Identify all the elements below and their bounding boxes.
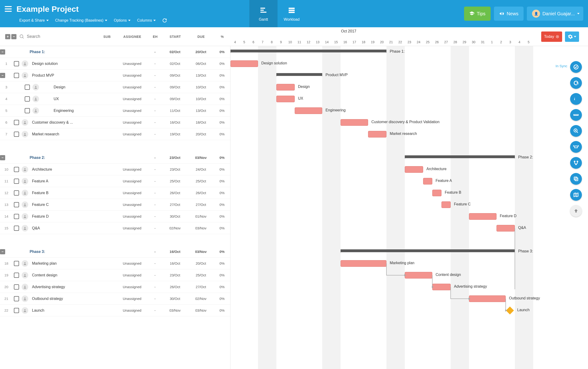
- collapse-icon[interactable]: −: [0, 73, 5, 78]
- assignee-avatar[interactable]: [32, 84, 39, 91]
- task-checkbox[interactable]: [25, 85, 30, 90]
- col-pct[interactable]: %: [214, 35, 231, 39]
- col-eh[interactable]: EH: [148, 35, 162, 39]
- task-checkbox[interactable]: [14, 120, 19, 125]
- task-checkbox[interactable]: [14, 61, 19, 66]
- task-checkbox[interactable]: [25, 96, 30, 102]
- check-button[interactable]: [570, 61, 582, 73]
- task-row[interactable]: 3 Design Unassigned - 09/Oct 10/Oct 0%: [0, 81, 230, 93]
- task-row[interactable]: 19 Content design Unassigned - 23/Oct 25…: [0, 269, 230, 281]
- search-input[interactable]: [27, 34, 83, 39]
- columns-menu[interactable]: Columns: [137, 18, 156, 22]
- branch-button[interactable]: [570, 157, 582, 169]
- task-row[interactable]: 15 Q&A Unassigned - 02/Nov 03/Nov 0%: [0, 222, 230, 234]
- assignee-avatar[interactable]: [32, 96, 39, 102]
- assignee-avatar[interactable]: [22, 296, 28, 302]
- task-row[interactable]: 21 Outbound strategy Unassigned - 30/Oct…: [0, 293, 230, 305]
- assignee-avatar[interactable]: [22, 61, 28, 67]
- undo-button[interactable]: [570, 77, 582, 89]
- assignee-avatar[interactable]: [22, 72, 28, 79]
- fit-button[interactable]: [570, 141, 582, 153]
- map-button[interactable]: [570, 189, 582, 201]
- assignee-avatar[interactable]: [32, 107, 39, 114]
- user-menu[interactable]: 👤 Daniel Guajar...: [527, 7, 583, 21]
- col-due[interactable]: DUE: [188, 35, 214, 39]
- task-bar[interactable]: [231, 61, 258, 67]
- assignee-avatar[interactable]: [22, 260, 28, 267]
- task-bar[interactable]: [423, 178, 432, 184]
- assignee-avatar[interactable]: [22, 225, 28, 232]
- task-bar[interactable]: [432, 190, 441, 196]
- task-checkbox[interactable]: [25, 108, 30, 113]
- assignee-avatar[interactable]: [22, 284, 28, 290]
- task-bar[interactable]: [276, 84, 295, 91]
- task-row[interactable]: 6 Customer discovery & ... Unassigned - …: [0, 117, 230, 128]
- task-checkbox[interactable]: [14, 132, 19, 137]
- task-bar[interactable]: [469, 296, 506, 302]
- task-checkbox[interactable]: [14, 284, 19, 289]
- add-row-button[interactable]: +: [5, 34, 10, 39]
- remove-row-button[interactable]: −: [11, 34, 16, 39]
- task-bar[interactable]: [295, 107, 322, 114]
- settings-button[interactable]: [565, 31, 579, 42]
- assignee-avatar[interactable]: [22, 119, 28, 126]
- collapse-icon[interactable]: −: [0, 49, 5, 54]
- task-row[interactable]: 10 Architecture Unassigned - 23/Oct 24/O…: [0, 164, 230, 175]
- assignee-avatar[interactable]: [22, 190, 28, 196]
- assignee-avatar[interactable]: [22, 178, 28, 184]
- ruler-button[interactable]: [570, 109, 582, 121]
- task-row[interactable]: 14 Feature D Unassigned - 30/Oct 01/Nov …: [0, 211, 230, 222]
- collapse-icon[interactable]: −: [0, 249, 5, 254]
- task-row[interactable]: 13 Feature C Unassigned - 27/Oct 27/Oct …: [0, 199, 230, 211]
- task-checkbox[interactable]: [14, 226, 19, 231]
- task-checkbox[interactable]: [14, 214, 19, 219]
- task-bar[interactable]: [405, 166, 423, 173]
- col-start[interactable]: START: [162, 35, 188, 39]
- task-checkbox[interactable]: [14, 273, 19, 278]
- summary-bar[interactable]: [405, 155, 515, 158]
- collapse-icon[interactable]: −: [0, 155, 5, 160]
- today-button[interactable]: Today: [541, 31, 562, 42]
- task-bar[interactable]: [341, 260, 387, 267]
- task-row[interactable]: 18 Marketing plan Unassigned - 16/Oct 20…: [0, 258, 230, 269]
- assignee-avatar[interactable]: [22, 166, 28, 173]
- task-checkbox[interactable]: [14, 190, 19, 195]
- task-checkbox[interactable]: [14, 73, 19, 78]
- task-row[interactable]: 20 Advertising strategy Unassigned - 26/…: [0, 281, 230, 293]
- assignee-avatar[interactable]: [22, 307, 28, 314]
- task-row[interactable]: 1 Design solution Unassigned - 02/Oct 06…: [0, 58, 230, 70]
- task-bar[interactable]: [368, 131, 387, 137]
- tips-button[interactable]: Tips: [464, 7, 491, 21]
- summary-bar[interactable]: [341, 249, 515, 252]
- tab-gantt[interactable]: Gantt: [249, 0, 278, 27]
- col-assignee[interactable]: ASSIGNEE: [116, 35, 148, 39]
- task-row[interactable]: 4 UX Unassigned - 09/Oct 10/Oct 0%: [0, 93, 230, 105]
- refresh-button[interactable]: [162, 18, 167, 23]
- task-row[interactable]: 12 Feature B Unassigned - 26/Oct 26/Oct …: [0, 187, 230, 199]
- summary-bar[interactable]: [276, 73, 322, 76]
- task-bar[interactable]: [276, 96, 295, 102]
- phase-row[interactable]: − Phase 3: - 16/Oct 03/Nov 0%: [0, 246, 230, 258]
- phase-row[interactable]: − Phase 1: - 02/Oct 20/Oct 0%: [0, 46, 230, 58]
- task-checkbox[interactable]: [14, 308, 19, 313]
- task-row[interactable]: − Product MVP Unassigned - 09/Oct 13/Oct…: [0, 70, 230, 81]
- copy-button[interactable]: [570, 173, 582, 185]
- task-bar[interactable]: [441, 201, 451, 208]
- news-button[interactable]: News: [494, 7, 524, 21]
- task-bar[interactable]: [405, 272, 432, 278]
- task-row[interactable]: 22 Launch Unassigned - 03/Nov 03/Nov 0%: [0, 305, 230, 316]
- task-checkbox[interactable]: [14, 296, 19, 301]
- task-row[interactable]: 5 Engineering Unassigned - 11/Oct 13/Oct…: [0, 105, 230, 117]
- menu-icon[interactable]: [5, 5, 12, 12]
- task-checkbox[interactable]: [14, 167, 19, 172]
- assignee-avatar[interactable]: [22, 213, 28, 220]
- change-tracking-menu[interactable]: Change Tracking (Baselines): [55, 18, 107, 22]
- scroll-top-button[interactable]: [570, 205, 582, 217]
- gantt-chart[interactable]: Phase 1:Design solutionProduct MVPDesign…: [231, 46, 588, 369]
- task-row[interactable]: 11 Feature A Unassigned - 25/Oct 25/Oct …: [0, 175, 230, 187]
- sort-button[interactable]: [570, 93, 582, 105]
- task-bar[interactable]: [469, 213, 496, 220]
- tab-workload[interactable]: Workload: [278, 0, 306, 27]
- task-checkbox[interactable]: [14, 179, 19, 184]
- task-bar[interactable]: [341, 119, 368, 126]
